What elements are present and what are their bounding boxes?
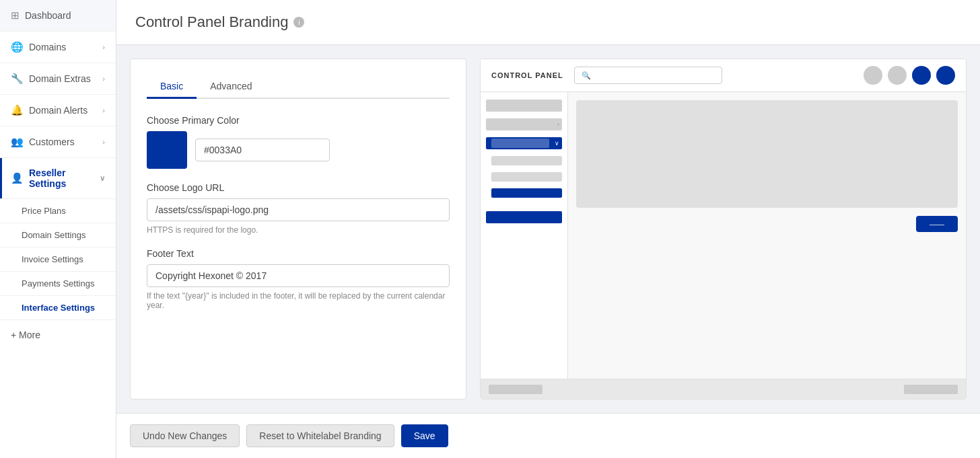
preview-footer-bar-right: [904, 385, 958, 394]
chevron-right-icon: ›: [102, 106, 105, 114]
info-icon[interactable]: i: [293, 17, 304, 28]
footer-input[interactable]: [147, 264, 450, 287]
sub-item-label: Domain Settings: [22, 230, 85, 240]
button-row: Undo New Changes Reset to Whitelabel Bra…: [116, 413, 980, 458]
preview-logo-text: CONTROL PANEL: [491, 71, 563, 79]
sidebar-item-domain-alerts[interactable]: 🔔 Domain Alerts ›: [0, 95, 116, 126]
logo-hint: HTTPS is required for the logo.: [147, 225, 450, 235]
sidebar-item-label: Domain Alerts: [29, 105, 88, 116]
domain-extras-icon: 🔧: [11, 73, 24, 85]
preview-icon-1: [864, 66, 882, 85]
preview-search-box[interactable]: 🔍: [574, 67, 722, 84]
sidebar-more[interactable]: + More: [0, 320, 116, 350]
preview-icons: [864, 66, 955, 85]
active-indicator: [0, 158, 2, 198]
sidebar-item-domain-extras[interactable]: 🔧 Domain Extras ›: [0, 63, 116, 95]
sidebar-item-domains[interactable]: 🌐 Domains ›: [0, 32, 116, 63]
preview-body: › ∨: [481, 92, 966, 379]
preview-content-block: [576, 100, 958, 208]
reset-button[interactable]: Reset to Whitelabel Branding: [246, 424, 394, 447]
preview-panel: CONTROL PANEL 🔍: [480, 59, 967, 399]
main-area: Control Panel Branding i Basic Advanced …: [116, 0, 980, 458]
preview-icon-3: [912, 66, 931, 85]
preview-nav-sub-1: [491, 156, 562, 165]
sidebar-item-label: Dashboard: [25, 10, 71, 21]
page-header: Control Panel Branding i: [116, 0, 980, 45]
preview-icon-2: [888, 66, 907, 85]
search-icon: 🔍: [582, 71, 591, 80]
color-swatch[interactable]: [147, 131, 187, 169]
preview-nav-1: [486, 100, 562, 112]
content-with-buttons: Basic Advanced Choose Primary Color Choo…: [116, 45, 980, 458]
chevron-right-icon: ›: [102, 75, 105, 83]
domain-alerts-icon: 🔔: [11, 104, 24, 116]
form-panel: Basic Advanced Choose Primary Color Choo…: [130, 59, 466, 399]
sub-item-label: Interface Settings: [22, 303, 95, 313]
preview-header: CONTROL PANEL 🔍: [481, 59, 966, 92]
logo-input[interactable]: [147, 198, 450, 221]
footer-hint: If the text "{year}" is included in the …: [147, 291, 450, 310]
undo-button[interactable]: Undo New Changes: [130, 424, 240, 447]
preview-nav-3-highlighted: ∨: [486, 137, 562, 149]
domains-icon: 🌐: [11, 41, 24, 53]
preview-nav-2: ›: [486, 118, 562, 130]
preview-nav-sub-2: [491, 172, 562, 182]
tabs: Basic Advanced: [147, 75, 450, 99]
logo-label: Choose Logo URL: [147, 182, 450, 193]
chevron-right-icon: ›: [102, 138, 105, 146]
preview-nav-gap: [481, 202, 567, 206]
color-label: Choose Primary Color: [147, 115, 450, 126]
chevron-down-icon: ∨: [100, 174, 105, 183]
customers-icon: 👥: [11, 136, 24, 148]
sidebar-item-label: Customers: [29, 137, 75, 147]
preview-nav-4-highlighted: [486, 211, 562, 223]
preview-search-input[interactable]: [595, 71, 715, 80]
sidebar-sub-item-domain-settings[interactable]: Domain Settings: [0, 223, 116, 247]
footer-group: Footer Text If the text "{year}" is incl…: [147, 248, 450, 310]
save-button[interactable]: Save: [401, 424, 448, 447]
color-row: [147, 131, 450, 169]
sidebar-item-dashboard[interactable]: ⊞ Dashboard: [0, 0, 116, 32]
chevron-right-icon: ›: [102, 43, 105, 51]
sidebar-item-label: Domain Extras: [29, 73, 91, 84]
page-title: Control Panel Branding: [135, 13, 288, 31]
footer-label: Footer Text: [147, 248, 450, 259]
sub-item-label: Invoice Settings: [22, 254, 83, 264]
preview-save-btn: ——: [916, 216, 958, 232]
color-group: Choose Primary Color: [147, 115, 450, 169]
preview-button-area: ——: [576, 216, 958, 232]
sidebar: ⊞ Dashboard 🌐 Domains › 🔧 Domain Extras …: [0, 0, 116, 458]
tab-basic[interactable]: Basic: [147, 75, 197, 99]
preview-footer: [481, 379, 966, 399]
sidebar-sub-item-interface-settings[interactable]: Interface Settings: [0, 296, 116, 320]
sidebar-sub-item-invoice-settings[interactable]: Invoice Settings: [0, 247, 116, 272]
dashboard-icon: ⊞: [11, 9, 20, 22]
tab-advanced[interactable]: Advanced: [197, 75, 265, 99]
sidebar-item-customers[interactable]: 👥 Customers ›: [0, 126, 116, 158]
preview-sidebar: › ∨: [481, 92, 568, 379]
more-label: + More: [11, 330, 40, 340]
preview-icon-4: [936, 66, 955, 85]
sub-item-label: Payments Settings: [22, 278, 94, 289]
sidebar-item-reseller-settings[interactable]: 👤 Reseller Settings ∨: [0, 158, 116, 199]
reseller-settings-icon: 👤: [11, 172, 24, 184]
sidebar-sub-item-payments-settings[interactable]: Payments Settings: [0, 272, 116, 296]
preview-main: ——: [568, 92, 966, 379]
sub-item-label: Price Plans: [22, 206, 66, 216]
preview-footer-bar-left: [489, 385, 542, 394]
sidebar-sub-item-price-plans[interactable]: Price Plans: [0, 199, 116, 223]
preview-nav-sub-3-highlighted: [491, 188, 562, 198]
color-input[interactable]: [195, 139, 330, 161]
sidebar-item-label: Domains: [29, 42, 66, 52]
inner-content: Basic Advanced Choose Primary Color Choo…: [116, 45, 980, 413]
sidebar-item-label: Reseller Settings: [29, 167, 94, 189]
logo-group: Choose Logo URL HTTPS is required for th…: [147, 182, 450, 235]
